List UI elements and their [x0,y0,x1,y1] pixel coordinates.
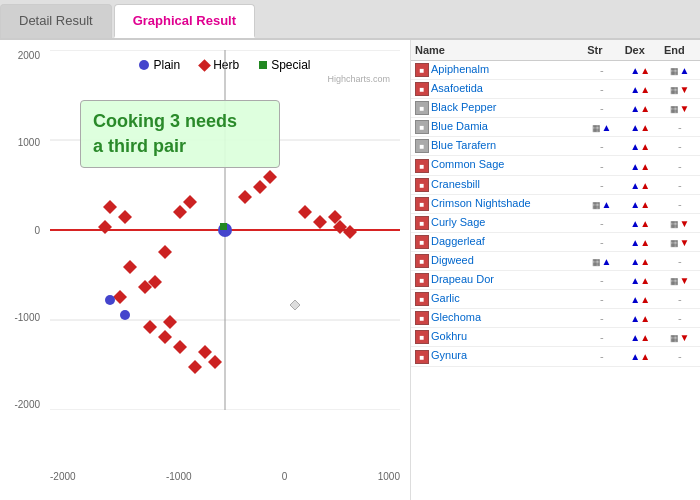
cell-dex: ▲▲ [621,232,660,251]
item-name-label[interactable]: Curly Sage [431,216,485,228]
cell-end: ▦▼ [660,271,700,290]
cell-str: - [583,137,620,156]
item-name-label[interactable]: Daggerleaf [431,235,485,247]
item-name-label[interactable]: Crimson Nightshade [431,197,531,209]
svg-marker-20 [143,320,157,334]
cell-dex: ▲▲ [621,271,660,290]
stat-up-red: ▲ [640,294,650,305]
item-name-label[interactable]: Cranesbill [431,178,480,190]
stat-dash: - [678,140,682,152]
x-label-neg1000: -1000 [166,471,192,482]
table-row: ■Gokhru-▲▲▦▼ [411,328,700,347]
item-name-label[interactable]: Gynura [431,349,467,361]
cell-name: ■Apiphenalm [411,61,583,80]
cell-name: ■Gokhru [411,328,583,347]
stat-down: ▼ [679,237,689,248]
cell-name: ■Blue Tarafern [411,137,583,156]
cell-str: ▦▲ [583,251,620,270]
table-row: ■Digweed▦▲▲▲- [411,251,700,270]
item-name-label[interactable]: Asafoetida [431,82,483,94]
stat-up-red: ▲ [640,199,650,210]
cell-name: ■Drapeau Dor [411,271,583,290]
item-name-label[interactable]: Drapeau Dor [431,273,494,285]
cell-str: - [583,290,620,309]
item-name-label[interactable]: Blue Tarafern [431,139,496,151]
tab-graphical[interactable]: Graphical Result [114,4,255,38]
stat-dash: - [678,293,682,305]
svg-marker-8 [253,180,267,194]
item-icon: ■ [415,139,429,153]
table-row: ■Cranesbill-▲▲- [411,175,700,194]
item-icon: ■ [415,178,429,192]
cell-dex: ▲▲ [621,156,660,175]
x-axis: -2000 -1000 0 1000 [50,471,400,482]
item-name-label[interactable]: Common Sage [431,158,504,170]
col-dex: Dex [621,40,660,61]
cell-end: - [660,194,700,213]
stat-dash: - [600,160,604,172]
svg-marker-27 [103,200,117,214]
item-name-label[interactable]: Glechoma [431,311,481,323]
table-row: ■Blue Tarafern-▲▲- [411,137,700,156]
svg-marker-24 [188,360,202,374]
cell-end: ▦▼ [660,80,700,99]
col-str: Str [583,40,620,61]
cell-name: ■Crimson Nightshade [411,194,583,213]
cell-str: - [583,156,620,175]
item-icon: ■ [415,350,429,364]
cell-end: - [660,347,700,366]
stat-down: ▼ [679,332,689,343]
cell-end: ▦▼ [660,99,700,118]
stat-dash: - [600,274,604,286]
table-row: ■Curly Sage-▲▲▦▼ [411,213,700,232]
stat-up: ▲ [679,65,689,76]
main-content: 2000 1000 0 -1000 -2000 [0,40,700,500]
cell-end: - [660,137,700,156]
tab-bar: Detail Result Graphical Result [0,0,700,40]
item-name-label[interactable]: Garlic [431,292,460,304]
cell-str: - [583,80,620,99]
item-name-label[interactable]: Digweed [431,254,474,266]
cell-str: - [583,347,620,366]
stat-up-blue: ▲ [630,237,640,248]
x-label-neg2000: -2000 [50,471,76,482]
cell-end: - [660,309,700,328]
stat-up-red: ▲ [640,84,650,95]
cell-dex: ▲▲ [621,328,660,347]
stat-dash: - [600,179,604,191]
stat-up-blue: ▲ [630,103,640,114]
cell-dex: ▲▲ [621,175,660,194]
item-name-label[interactable]: Gokhru [431,330,467,342]
stat-up-red: ▲ [640,180,650,191]
item-icon: ■ [415,216,429,230]
cell-dex: ▲▲ [621,118,660,137]
stat-up-blue: ▲ [630,332,640,343]
item-icon: ■ [415,159,429,173]
cell-end: - [660,156,700,175]
svg-marker-31 [173,205,187,219]
stat-up-blue: ▲ [630,199,640,210]
svg-marker-23 [173,340,187,354]
stat-up-red: ▲ [640,332,650,343]
item-name-label[interactable]: Blue Damia [431,120,488,132]
tab-detail[interactable]: Detail Result [0,4,112,38]
svg-marker-28 [118,210,132,224]
cell-name: ■Curly Sage [411,213,583,232]
item-name-label[interactable]: Apiphenalm [431,63,489,75]
stat-up-blue: ▲ [630,275,640,286]
cell-name: ■Digweed [411,251,583,270]
stat-dash: - [600,293,604,305]
stat-dash: - [600,217,604,229]
table-row: ■Crimson Nightshade▦▲▲▲- [411,194,700,213]
cell-end: ▦▼ [660,328,700,347]
stat-up-red: ▲ [640,313,650,324]
table-row: ■Asafoetida-▲▲▦▼ [411,80,700,99]
item-name-label[interactable]: Black Pepper [431,101,496,113]
stat-up-blue: ▲ [630,180,640,191]
stat-up-red: ▲ [640,218,650,229]
table-row: ■Apiphenalm-▲▲▦▲ [411,61,700,80]
item-icon: ■ [415,330,429,344]
svg-marker-7 [238,190,252,204]
cell-dex: ▲▲ [621,347,660,366]
col-end: End [660,40,700,61]
